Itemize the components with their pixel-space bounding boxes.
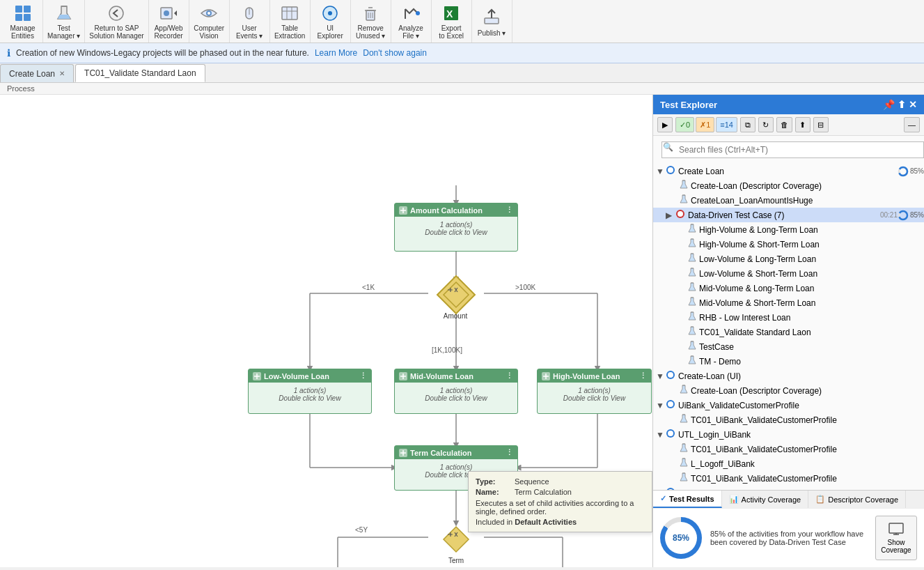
te-run-btn[interactable]: ▶	[657, 117, 673, 132]
tree-tc01-uibank3[interactable]: ▶ TC01_UiBank_ValidateCustomerProfile	[653, 471, 924, 486]
tree-low-vol-long[interactable]: ▶ Low-Volume & Long-Term Loan	[653, 252, 924, 266]
tree-tc01-validate[interactable]: ▶ TC01_Validate Standard Laon	[653, 325, 924, 339]
high-vol-node[interactable]: High-Volume Loan ⋮ 1 action(s)Double cli…	[537, 369, 652, 414]
toolbar-manage-entities[interactable]: Manage Entities	[3, 0, 43, 43]
tree-mid-vol-long[interactable]: ▶ Mid-Volume & Long-Term Loan	[653, 281, 924, 295]
toolbar-user-events[interactable]: UserEvents ▾	[230, 0, 270, 43]
tree-low-vol-short[interactable]: ▶ Low-Volume & Short-Term Loan	[653, 266, 924, 281]
toolbar: Manage Entities TestManager ▾ Return to …	[0, 0, 924, 43]
toolbar-publish[interactable]: Publish ▾	[472, 0, 512, 43]
mid-vol-menu[interactable]: ⋮	[506, 371, 513, 380]
te-search-input[interactable]	[661, 141, 924, 158]
te-refresh-btn[interactable]: ↻	[758, 117, 774, 132]
tab-activity-coverage[interactable]: 📊 Activity Coverage	[722, 491, 809, 508]
tree-create-loan-amount[interactable]: ▶ CreateLoan_LoanAmountIsHuge	[653, 193, 924, 208]
te-copy-btn[interactable]: ⧉	[740, 117, 755, 132]
term-label: Term	[435, 557, 477, 564]
explore-icon	[319, 3, 341, 23]
tree-tc01-uibank2[interactable]: ▶ TC01_UiBank_ValidateCustomerProfile	[653, 442, 924, 456]
tab-create-loan[interactable]: Create Loan ✕	[0, 64, 74, 82]
svg-point-10	[207, 12, 210, 15]
high-vol-menu[interactable]: ⋮	[639, 371, 647, 380]
tree-high-vol-short[interactable]: ▶ High-Volume & Short-Term Loan	[653, 237, 924, 252]
te-total-btn[interactable]: ≡ 14	[716, 117, 737, 132]
data-driven-icon	[675, 209, 685, 221]
tree-create-loan-ui-desc[interactable]: ▶ Create-Loan (Descriptor Coverage)	[653, 383, 924, 398]
te-expand-icon[interactable]: ⬆	[898, 99, 906, 110]
toolbar-remove-unused[interactable]: RemoveUnused ▾	[351, 0, 391, 43]
show-coverage-label: Show Coverage	[880, 539, 912, 554]
tree-create-loan-desc[interactable]: ▶ Create-Loan (Descriptor Coverage)	[653, 178, 924, 193]
flask-icon-8	[688, 297, 696, 309]
tree-rhb-low[interactable]: ▶ RHB - Low Interest Loan	[653, 310, 924, 325]
te-close-icon[interactable]: ✕	[909, 99, 917, 110]
te-fail-btn[interactable]: ✗ 1	[696, 117, 714, 132]
amount-calc-body: 1 action(s)Double click to View	[395, 217, 517, 240]
toolbar-analyze-file[interactable]: AnalyzeFile ▾	[391, 0, 432, 43]
test-results-label: Test Results	[669, 495, 714, 503]
low-vol-node[interactable]: Low-Volume Loan ⋮ 1 action(s)Double clic…	[248, 369, 372, 414]
tooltip-type-val: Sequence	[515, 477, 549, 486]
tab-tc01[interactable]: TC01_Validate Standard Laon	[75, 64, 205, 82]
data-driven-arrow[interactable]: ▶	[666, 210, 675, 220]
tree-create-loan[interactable]: ▼ Create Loan 85%	[653, 164, 924, 178]
mid-vol-node[interactable]: Mid-Volume Loan ⋮ 1 action(s)Double clic…	[394, 369, 518, 414]
flask-icon-13	[680, 385, 688, 396]
mid-vol-short-label: Mid-Volume & Short-Term Loan	[699, 298, 924, 308]
toolbar-export-excel[interactable]: X Exportto Excel	[432, 0, 472, 43]
tree-uibank-validate[interactable]: ▼ UiBank_ValidateCustomerProfile	[653, 398, 924, 413]
svg-point-87	[678, 211, 683, 217]
create-loan-arrow[interactable]: ▼	[656, 167, 666, 176]
create-loan-ui-arrow[interactable]: ▼	[656, 371, 666, 381]
tree-utl-login[interactable]: ▼ UTL_Login_UiBank	[653, 427, 924, 442]
term-calc-menu[interactable]: ⋮	[506, 448, 513, 457]
term-diamond-container	[442, 525, 470, 553]
tree-logoff[interactable]: ▶ L_Logoff_UiBank	[653, 456, 924, 471]
te-pass-btn[interactable]: ✓ 0	[675, 117, 694, 132]
tab-create-loan-close[interactable]: ✕	[59, 70, 65, 77]
te-delete-btn[interactable]: 🗑	[776, 117, 792, 132]
flask-icon-15	[680, 443, 688, 455]
amount-calc-menu[interactable]: ⋮	[506, 206, 513, 215]
tree-tc01-uibank[interactable]: ▶ TC01_UiBank_ValidateCustomerProfile	[653, 413, 924, 427]
tree-create-loan-ui[interactable]: ▼ Create-Loan (UI)	[653, 369, 924, 383]
te-collapse-btn[interactable]: —	[904, 117, 920, 132]
toolbar-ui-explorer[interactable]: UIExplorer	[311, 0, 351, 43]
flask-icon	[53, 3, 75, 23]
svg-point-89	[899, 211, 907, 219]
infobar-learn-more[interactable]: Learn More	[315, 48, 357, 58]
uibank-validate-arrow[interactable]: ▼	[656, 401, 666, 410]
svg-point-81	[668, 167, 673, 173]
infobar-dismiss[interactable]: Don't show again	[363, 48, 427, 58]
svg-rect-0	[15, 6, 22, 13]
mouse-icon	[238, 3, 260, 23]
amount-diamond[interactable]	[437, 275, 476, 315]
workflow-canvas[interactable]: <1K >100K [1K,100K] <5Y >5Y Amount Calcu…	[0, 95, 652, 567]
manage-entities-label: Manage Entities	[10, 24, 35, 40]
tab-test-results[interactable]: ✓ Test Results	[653, 491, 722, 508]
toolbar-computer-vision[interactable]: ComputerVision	[189, 0, 230, 43]
low-vol-menu[interactable]: ⋮	[359, 371, 367, 380]
svg-rect-2	[15, 14, 22, 21]
tree-data-driven[interactable]: ▶ Data-Driven Test Case (7) 00:21 85%	[653, 208, 924, 222]
toolbar-app-web-recorder[interactable]: App/WebRecorder	[149, 0, 189, 43]
low-vol-long-label: Low-Volume & Long-Term Loan	[699, 254, 924, 264]
tree-mid-vol-short[interactable]: ▶ Mid-Volume & Short-Term Loan	[653, 295, 924, 310]
amount-calc-node[interactable]: Amount Calculation ⋮ 1 action(s)Double c…	[394, 203, 518, 252]
toolbar-table-extraction[interactable]: TableExtraction	[270, 0, 311, 43]
tab-descriptor-coverage[interactable]: 📋 Descriptor Coverage	[808, 491, 906, 508]
utl-login-arrow[interactable]: ▼	[656, 430, 666, 440]
toolbar-return-sap[interactable]: Return to SAPSolution Manager	[85, 0, 148, 43]
flask-icon-10	[688, 326, 696, 338]
te-filter-btn[interactable]: ⊟	[813, 117, 829, 132]
show-coverage-button[interactable]: Show Coverage	[875, 516, 917, 560]
tree-testcase[interactable]: ▶ TestCase	[653, 339, 924, 354]
tree-high-vol-long[interactable]: ▶ High-Volume & Long-Term Loan	[653, 222, 924, 237]
uibank-validate-icon	[666, 399, 675, 411]
te-pin-icon[interactable]: 📌	[883, 99, 895, 110]
svg-point-8	[164, 10, 169, 16]
tree-tm-demo[interactable]: ▶ TM - Demo	[653, 354, 924, 369]
toolbar-test-manager[interactable]: TestManager ▾	[43, 0, 85, 43]
svg-point-5	[109, 6, 123, 20]
te-export-btn[interactable]: ⬆	[795, 117, 811, 132]
